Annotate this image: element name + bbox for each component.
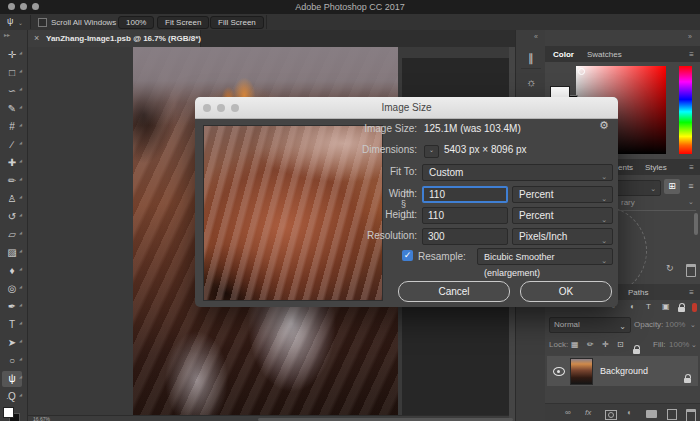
width-input[interactable]: 110 [422,186,508,203]
move-tool[interactable]: ✛◢ [2,47,22,63]
panel-menu-icon[interactable]: ≡ [689,50,694,59]
width-unit-dropdown[interactable]: Percent⌄ [512,186,613,203]
marquee-tool[interactable]: □◢ [2,65,22,81]
menu-bar: Adobe Photoshop CC 2017 [0,0,700,14]
filter-type-layers-icon[interactable]: T [646,302,651,311]
eraser-tool[interactable]: ▱◢ [2,227,22,243]
chevron-down-icon[interactable]: ⌄ [18,19,23,26]
list-view-button[interactable]: ≡ [683,179,699,194]
status-zoom-level[interactable]: 16.67% [33,416,50,421]
history-panel-icon[interactable]: ∥ [521,48,541,69]
hand-tool[interactable]: ψ◢ [2,371,22,387]
color-cursor[interactable] [578,68,585,75]
pen-tool[interactable]: ✒◢ [2,299,22,315]
dimensions-unit-dropdown[interactable]: ⌄ [424,145,439,158]
panel-menu-icon[interactable]: ≡ [689,288,694,297]
dialog-title-bar[interactable]: Image Size [195,97,618,119]
resample-checkbox[interactable]: ✓ [402,250,413,261]
eyedropper-tool[interactable]: ∕◢ [2,137,22,153]
layer-visibility-eye-icon[interactable] [553,367,565,376]
layer-style-fx-icon[interactable]: fx [585,408,591,417]
fit-screen-button[interactable]: Fit Screen [157,16,209,29]
resolution-unit-dropdown[interactable]: Pixels/Inch⌄ [512,228,613,245]
hand-tool-icon: ψ [7,16,13,26]
layer-filter-toggle[interactable] [692,303,697,312]
height-unit-dropdown[interactable]: Percent⌄ [512,207,613,224]
link-layers-icon[interactable]: ∞ [565,408,571,417]
divider [266,15,267,29]
tab-paths[interactable]: Paths [628,288,648,297]
filter-adjustment-layers-icon[interactable]: ◐ [630,302,635,311]
edit-toolbar-icon[interactable]: ⋯ [6,394,14,403]
crop-tool[interactable]: #◢ [2,119,22,135]
scroll-all-windows-label: Scroll All Windows [51,18,116,27]
layer-thumbnail[interactable] [570,358,593,385]
chevron-down-icon[interactable]: ⌄ [691,341,697,349]
history-brush-tool[interactable]: ↺◢ [2,209,22,225]
tab-adjustments-partial[interactable]: ents [618,163,633,172]
gear-icon[interactable]: ⚙ [599,119,609,132]
grid-view-button[interactable]: ⊞ [664,179,680,194]
height-input[interactable]: 110 [422,207,508,224]
document-tab[interactable]: × YanZhang-Image1.psb @ 16.7% (RGB/8*) [28,30,201,47]
zoom-100-button[interactable]: 100% [118,16,154,29]
gradient-tool[interactable]: ▨◢ [2,245,22,261]
blend-mode-dropdown[interactable]: Normal ⌄ [549,317,631,333]
layer-row-background[interactable]: Background [547,356,698,386]
quick-selection-tool[interactable]: ✎◢ [2,101,22,117]
app-title: Adobe Photoshop CC 2017 [0,2,700,12]
trash-icon[interactable] [686,264,696,277]
photoshop-window: Adobe Photoshop CC 2017 ψ ⌄ Scroll All W… [0,0,700,421]
ok-button[interactable]: OK [520,281,612,302]
new-adjustment-layer-icon[interactable]: ◐ [627,408,632,417]
dodge-tool[interactable]: ◎◢ [2,281,22,297]
new-group-icon[interactable] [646,410,657,418]
new-layer-icon[interactable] [667,409,677,420]
brush-tool[interactable]: ✏◢ [2,173,22,189]
cancel-button[interactable]: Cancel [398,281,510,302]
panel-menu-icon[interactable]: ≡ [689,163,694,172]
lock-all-icon[interactable] [633,349,640,354]
tab-close-icon[interactable]: × [34,33,39,43]
layer-name[interactable]: Background [600,366,648,376]
fit-to-dropdown[interactable]: Custom⌄ [422,164,613,181]
chevron-down-icon[interactable]: ⌄ [690,321,696,329]
fill-label: Fill: [653,340,665,349]
resample-dropdown[interactable]: Bicubic Smoother (enlargement)⌄ [477,248,613,265]
hue-slider[interactable] [679,66,692,154]
type-tool[interactable]: T◢ [2,317,22,333]
lock-artboard-icon[interactable]: ⊡ [617,340,624,349]
filter-locked-layers-icon[interactable] [678,307,685,312]
path-selection-tool[interactable]: ➤◢ [2,335,22,351]
healing-brush-tool[interactable]: ✚◢ [2,155,22,171]
lock-position-icon[interactable]: ✛ [602,340,609,349]
tab-color[interactable]: Color [553,50,574,59]
fill-value[interactable]: 100% [669,340,689,349]
opacity-value[interactable]: 100% [665,320,685,329]
filter-shape-layers-icon[interactable]: ▣ [662,302,670,311]
library-name-partial[interactable]: rary [621,198,635,207]
scroll-all-windows-checkbox[interactable] [38,18,47,27]
scrollbar-thumb[interactable] [694,213,698,235]
tab-swatches[interactable]: Swatches [587,50,622,59]
delete-layer-icon[interactable] [686,409,696,421]
chevron-down-icon[interactable]: ⌄ [688,198,694,206]
lock-transparency-icon[interactable]: ▦ [571,340,579,349]
foreground-color-swatch[interactable] [3,407,14,418]
expand-panels-icon[interactable]: « [534,33,538,40]
sync-icon[interactable]: ↻ [666,263,674,273]
lasso-tool[interactable]: ∽◢ [2,83,22,99]
ellipse-tool[interactable]: ○◢ [2,353,22,369]
toolbar-collapse-icon[interactable]: ▸▸ [4,31,10,38]
adjustments-panel-icon[interactable]: ☼ [521,72,541,92]
tab-styles[interactable]: Styles [645,163,667,172]
collapse-panels-icon[interactable]: » [688,33,692,40]
lock-paint-icon[interactable]: ✏ [587,340,594,349]
fill-screen-button[interactable]: Fill Screen [210,16,264,29]
add-mask-icon[interactable] [605,410,617,420]
blur-tool[interactable]: ♦◢ [2,263,22,279]
resolution-input[interactable]: 300 [422,228,508,245]
tools-panel: ▸▸ ✛◢□◢∽◢✎◢#◢∕◢✚◢✏◢♙◢↺◢▱◢▨◢♦◢◎◢✒◢T◢➤◢○◢ψ… [0,30,28,421]
clone-stamp-tool[interactable]: ♙◢ [2,191,22,207]
blend-mode-value: Normal [554,320,580,329]
